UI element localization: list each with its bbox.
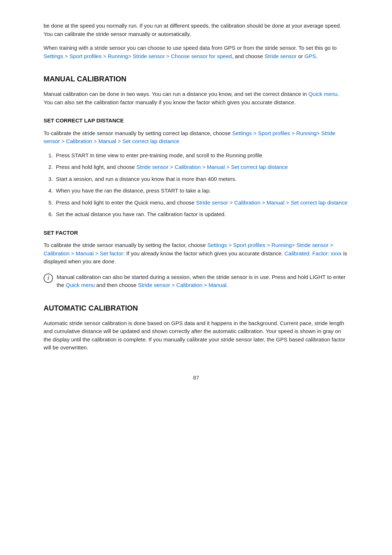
quick-menu-link-2[interactable]: Quick menu [66,282,95,288]
step-3: Start a session, and run a distance you … [54,175,348,183]
step-5: Press and hold light to enter the Quick … [54,199,348,207]
set-factor-subheading: SET FACTOR [44,229,348,237]
manual-calibration-heading: MANUAL CALIBRATION [44,73,348,84]
step-5-prefix: Press and hold light to enter the Quick … [56,199,196,206]
step-3-text: Start a session, and run a distance you … [56,176,237,182]
manual-calibration-para1: Manual calibration can be done in two wa… [44,90,348,106]
step-2-link[interactable]: Stride sensor > Calibration > Manual > S… [136,164,288,170]
intro-para1: be done at the speed you normally run. I… [44,22,348,38]
stride-calibration-manual-link[interactable]: Stride sensor > Calibration > Manual [138,282,226,288]
intro-para2-suffix: . [316,53,317,59]
intro-link-gps[interactable]: GPS [305,53,316,59]
step-4: When you have the ran the distance, pres… [54,187,348,195]
info-suffix: . [226,282,228,288]
set-correct-lap-steps: Press START in time view to enter pre-tr… [54,151,348,219]
step-2-prefix: Press and hold light, and choose [56,164,136,170]
calibrated-factor-link[interactable]: Calibrated. Factor: xxxx [285,250,342,256]
info-text: Manual calibration can also be started d… [57,273,348,289]
step-4-text: When you have the ran the distance, pres… [56,187,211,194]
info-icon: i [44,274,53,283]
quick-menu-link-1[interactable]: Quick menu [309,91,338,97]
intro-para2-mid: , and choose [232,53,265,59]
intro-para2-or: or [297,53,305,59]
info-box: i Manual calibration can also be started… [44,273,348,289]
step-6: Set the actual distance you have ran. Th… [54,210,348,219]
info-mid: and then choose [95,282,138,288]
set-correct-lap-para: To calibrate the stride sensor manually … [44,129,348,146]
set-factor-mid: : If you already know the factor which g… [123,250,284,256]
set-factor-prefix: To calibrate the stride sensor manually … [44,242,207,248]
intro-link-stride-sensor[interactable]: Stride sensor [265,53,297,59]
automatic-calibration-heading: AUTOMATIC CALIBRATION [44,303,348,313]
automatic-calibration-para: Automatic stride sensor calibration is d… [44,319,348,352]
set-factor-para: To calibrate the stride sensor manually … [44,241,348,266]
intro-para2-prefix: When training with a stride sensor you c… [44,45,337,51]
page: be done at the speed you normally run. I… [0,0,392,555]
intro-link-settings-sport[interactable]: Settings > Sport profiles > Running> Str… [44,53,232,59]
set-correct-lap-para-prefix: To calibrate the stride sensor manually … [44,130,232,136]
step-1-text: Press START in time view to enter pre-tr… [56,152,262,158]
manual-cal-para1-prefix: Manual calibration can be done in two wa… [44,91,309,97]
step-2: Press and hold light, and choose Stride … [54,163,348,171]
step-5-link[interactable]: Stride sensor > Calibration > Manual > S… [196,199,347,206]
set-correct-lap-subheading: SET CORRECT LAP DISTANCE [44,117,348,125]
step-6-text: Set the actual distance you have ran. Th… [56,211,226,217]
step-1: Press START in time view to enter pre-tr… [54,151,348,160]
page-number: 87 [44,374,348,382]
intro-para2: When training with a stride sensor you c… [44,44,348,60]
